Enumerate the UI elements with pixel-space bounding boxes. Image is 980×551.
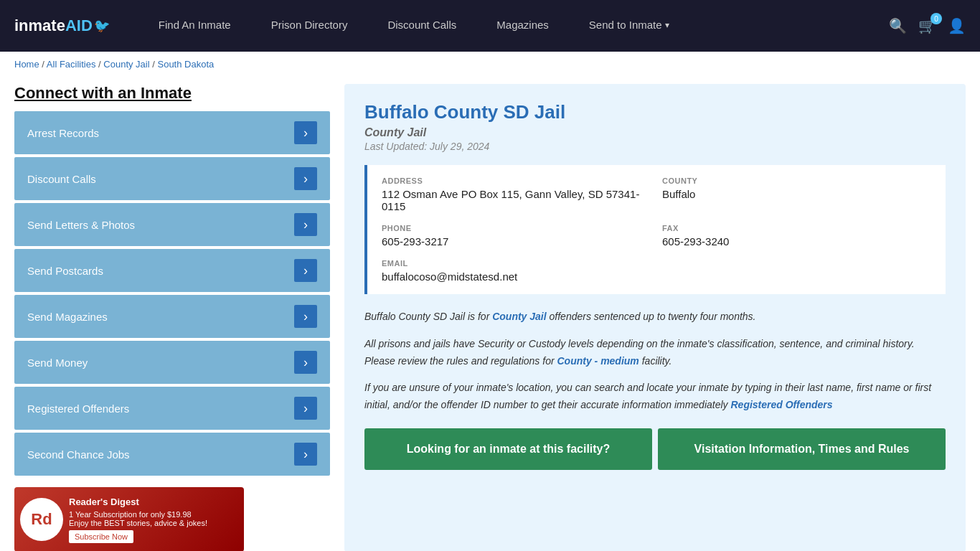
desc-para-3: If you are unsure of your inmate's locat… <box>364 380 946 414</box>
logo-inmate-text: inmate <box>14 17 65 35</box>
sidebar-arrow-send-letters: › <box>294 213 317 236</box>
sidebar-arrow-send-postcards: › <box>294 259 317 282</box>
sidebar-item-registered-offenders[interactable]: Registered Offenders › <box>14 387 330 430</box>
nav-magazines[interactable]: Magazines <box>476 0 569 52</box>
cart-icon[interactable]: 🛒 0 <box>918 17 936 34</box>
sidebar-label-arrest-records: Arrest Records <box>27 127 99 139</box>
sidebar-title: Connect with an Inmate <box>14 84 330 103</box>
email-field: EMAIL buffalocoso@midstatesd.net <box>382 259 931 283</box>
sidebar-label-send-money: Send Money <box>27 357 88 369</box>
sidebar-menu: Arrest Records › Discount Calls › Send L… <box>14 111 330 476</box>
sidebar-item-send-magazines[interactable]: Send Magazines › <box>14 295 330 338</box>
cart-badge: 0 <box>930 13 942 24</box>
desc-1-link[interactable]: County Jail <box>492 311 546 322</box>
county-field: COUNTY Buffalo <box>662 176 931 212</box>
sidebar: Connect with an Inmate Arrest Records › … <box>14 84 330 551</box>
breadcrumb-home[interactable]: Home <box>14 59 39 70</box>
sidebar-item-second-chance-jobs[interactable]: Second Chance Jobs › <box>14 433 330 476</box>
header-icons: 🔍 🛒 0 👤 <box>889 17 966 34</box>
sidebar-label-second-chance-jobs: Second Chance Jobs <box>27 448 130 461</box>
find-inmate-button[interactable]: Looking for an inmate at this facility? <box>364 428 652 470</box>
fax-field: FAX 605-293-3240 <box>662 224 931 248</box>
sidebar-arrow-send-magazines: › <box>294 305 317 328</box>
sidebar-item-send-money[interactable]: Send Money › <box>14 341 330 384</box>
ad-tagline: Enjoy the BEST stories, advice & jokes! <box>69 519 207 527</box>
facility-last-updated: Last Updated: July 29, 2024 <box>364 141 946 152</box>
facility-type: County Jail <box>364 126 946 139</box>
ad-subscribe-button[interactable]: Subscribe Now <box>69 530 133 543</box>
nav-find-inmate[interactable]: Find An Inmate <box>138 0 251 52</box>
phone-value: 605-293-3217 <box>382 235 651 248</box>
visitation-button[interactable]: Visitation Information, Times and Rules <box>658 428 946 470</box>
breadcrumb: Home / All Facilities / County Jail / So… <box>0 52 980 77</box>
site-logo[interactable]: inmateAID🐦 <box>14 17 110 35</box>
sidebar-arrow-send-money: › <box>294 351 317 374</box>
sidebar-arrow-registered-offenders: › <box>294 397 317 420</box>
sidebar-item-discount-calls[interactable]: Discount Calls › <box>14 157 330 200</box>
email-label: EMAIL <box>382 259 931 268</box>
ad-title: Reader's Digest <box>69 496 207 507</box>
address-field: ADDRESS 112 Osman Ave PO Box 115, Gann V… <box>382 176 651 212</box>
site-header: inmateAID🐦 Find An Inmate Prison Directo… <box>0 0 980 52</box>
breadcrumb-south-dakota[interactable]: South Dakota <box>157 59 214 70</box>
desc-para-2: All prisons and jails have Security or C… <box>364 336 946 370</box>
fax-label: FAX <box>662 224 931 232</box>
sidebar-item-send-letters[interactable]: Send Letters & Photos › <box>14 203 330 246</box>
email-value: buffalocoso@midstatesd.net <box>382 270 931 283</box>
fax-value: 605-293-3240 <box>662 235 931 248</box>
address-label: ADDRESS <box>382 176 651 185</box>
ad-logo: Rd <box>20 498 63 541</box>
sidebar-label-send-magazines: Send Magazines <box>27 311 108 323</box>
sidebar-label-registered-offenders: Registered Offenders <box>27 402 129 415</box>
desc-2-link[interactable]: County - medium <box>557 355 639 367</box>
ad-content: Reader's Digest 1 Year Subscription for … <box>69 496 207 543</box>
main-content: Connect with an Inmate Arrest Records › … <box>0 77 980 551</box>
desc-1-post: offenders sentenced up to twenty four mo… <box>547 311 756 322</box>
sidebar-arrow-second-chance-jobs: › <box>294 443 317 466</box>
desc-3-pre: If you are unsure of your inmate's locat… <box>364 382 931 410</box>
facility-name: Buffalo County SD Jail <box>364 101 946 123</box>
sidebar-label-send-postcards: Send Postcards <box>27 265 103 277</box>
nav-prison-directory[interactable]: Prison Directory <box>251 0 368 52</box>
sidebar-arrow-discount-calls: › <box>294 167 317 190</box>
desc-para-1: Buffalo County SD Jail is for County Jai… <box>364 309 946 326</box>
logo-bird-icon: 🐦 <box>94 18 110 34</box>
phone-field: PHONE 605-293-3217 <box>382 224 651 248</box>
desc-2-post: facility. <box>639 355 672 367</box>
sidebar-item-arrest-records[interactable]: Arrest Records › <box>14 111 330 154</box>
main-nav: Find An Inmate Prison Directory Discount… <box>138 0 889 52</box>
bottom-buttons: Looking for an inmate at this facility? … <box>364 428 946 470</box>
breadcrumb-county-jail[interactable]: County Jail <box>103 59 149 70</box>
desc-3-link[interactable]: Registered Offenders <box>730 399 832 410</box>
ad-subtitle: 1 Year Subscription for only $19.98 <box>69 510 207 519</box>
county-label: COUNTY <box>662 176 931 185</box>
county-value: Buffalo <box>662 188 931 200</box>
sidebar-item-send-postcards[interactable]: Send Postcards › <box>14 249 330 292</box>
sidebar-ad[interactable]: Rd Reader's Digest 1 Year Subscription f… <box>14 487 244 551</box>
content-panel: Buffalo County SD Jail County Jail Last … <box>344 84 966 551</box>
search-icon[interactable]: 🔍 <box>889 17 907 34</box>
sidebar-arrow-arrest-records: › <box>294 121 317 144</box>
phone-label: PHONE <box>382 224 651 232</box>
nav-send-to-inmate[interactable]: Send to Inmate <box>569 0 689 52</box>
facility-description: Buffalo County SD Jail is for County Jai… <box>364 309 946 414</box>
user-icon[interactable]: 👤 <box>948 17 966 34</box>
sidebar-label-send-letters: Send Letters & Photos <box>27 219 135 231</box>
nav-discount-calls[interactable]: Discount Calls <box>367 0 476 52</box>
desc-1-pre: Buffalo County SD Jail is for <box>364 311 492 322</box>
facility-info-grid: ADDRESS 112 Osman Ave PO Box 115, Gann V… <box>364 165 946 294</box>
logo-aid-text: AID <box>65 17 93 35</box>
sidebar-label-discount-calls: Discount Calls <box>27 173 96 185</box>
breadcrumb-all-facilities[interactable]: All Facilities <box>47 59 96 70</box>
address-value: 112 Osman Ave PO Box 115, Gann Valley, S… <box>382 188 651 212</box>
